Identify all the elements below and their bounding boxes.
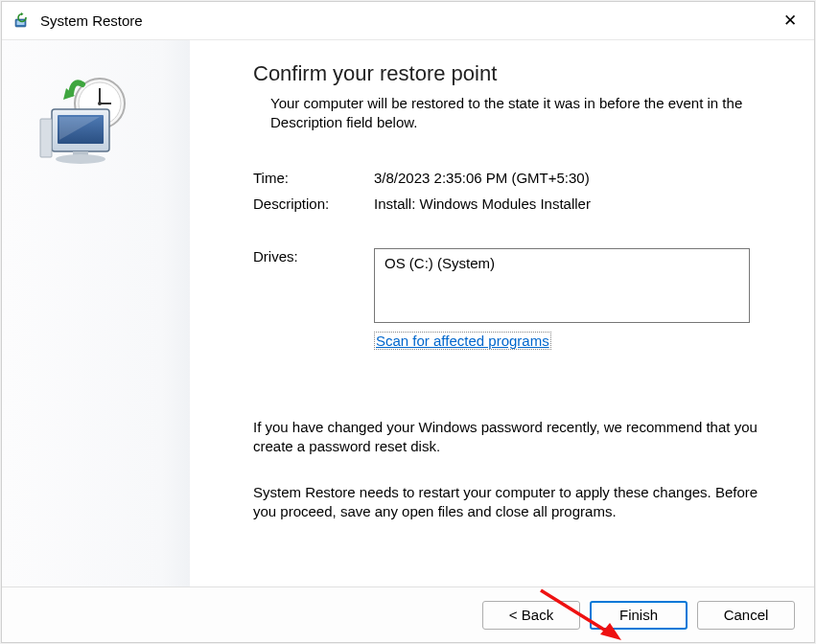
info-table: Time: 3/8/2023 2:35:06 PM (GMT+5:30) Des… — [253, 170, 774, 212]
cancel-button[interactable]: Cancel — [697, 601, 795, 630]
footer-buttons: < Back Finish Cancel — [2, 586, 814, 642]
finish-button[interactable]: Finish — [590, 601, 688, 630]
system-restore-window: System Restore ✕ — [1, 1, 815, 643]
drives-label: Drives: — [253, 248, 374, 264]
restart-note: System Restore needs to restart your com… — [253, 483, 774, 522]
titlebar: System Restore ✕ — [2, 2, 814, 40]
page-heading: Confirm your restore point — [253, 61, 774, 86]
description-label: Description: — [253, 196, 374, 212]
svg-point-10 — [56, 154, 105, 164]
svg-rect-11 — [40, 119, 52, 157]
svg-point-6 — [98, 102, 102, 105]
time-value: 3/8/2023 2:35:06 PM (GMT+5:30) — [374, 170, 774, 186]
system-restore-large-icon — [35, 67, 140, 172]
description-value: Install: Windows Modules Installer — [374, 196, 774, 212]
scan-affected-programs-link[interactable]: Scan for affected programs — [374, 332, 551, 350]
time-label: Time: — [253, 170, 374, 186]
content-pane: Confirm your restore point Your computer… — [190, 40, 814, 586]
sidebar — [2, 40, 190, 586]
back-button[interactable]: < Back — [482, 601, 580, 630]
intro-text: Your computer will be restored to the st… — [270, 94, 759, 133]
close-icon: ✕ — [783, 11, 797, 31]
window-title: System Restore — [40, 12, 768, 29]
drives-item[interactable]: OS (C:) (System) — [385, 255, 739, 271]
password-note: If you have changed your Windows passwor… — [253, 418, 774, 457]
drives-row: Drives: OS (C:) (System) — [253, 248, 774, 323]
body-area: Confirm your restore point Your computer… — [2, 40, 814, 586]
close-button[interactable]: ✕ — [768, 3, 812, 39]
drives-listbox[interactable]: OS (C:) (System) — [374, 248, 750, 323]
system-restore-icon — [13, 12, 31, 30]
